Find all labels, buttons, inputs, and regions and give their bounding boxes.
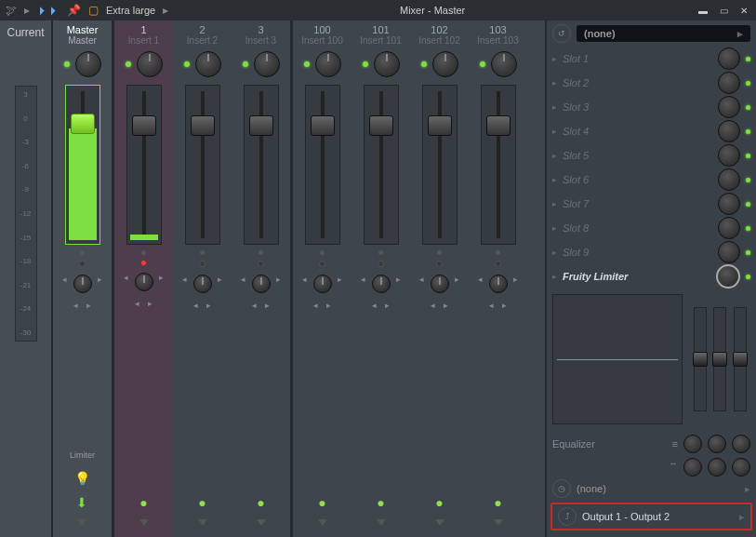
sep-knob[interactable] bbox=[193, 275, 212, 293]
fx-slot[interactable]: ▸Slot 3 bbox=[547, 95, 756, 119]
slot-led[interactable] bbox=[746, 226, 750, 231]
slot-mix-knob[interactable] bbox=[718, 168, 740, 191]
mute-led[interactable] bbox=[126, 61, 131, 67]
slot-mix-knob[interactable] bbox=[716, 264, 740, 289]
pan-knob[interactable] bbox=[315, 51, 341, 77]
fx-dot[interactable] bbox=[320, 250, 325, 255]
swap-channels[interactable]: ◂▸ bbox=[370, 301, 392, 310]
channel-1[interactable]: 1 Insert 1 ◂▸ ◂▸ ● bbox=[114, 20, 173, 537]
preset-name[interactable]: Extra large bbox=[106, 5, 155, 16]
forward-icon[interactable]: ⏵⏵ bbox=[37, 4, 60, 17]
fader[interactable] bbox=[422, 85, 458, 245]
eq-knob-4[interactable] bbox=[683, 458, 702, 477]
stereo-sep[interactable]: ◂▸ bbox=[180, 275, 225, 293]
record-dot[interactable] bbox=[495, 261, 501, 267]
swap-channels[interactable]: ◂▸ bbox=[192, 301, 214, 310]
record-dot[interactable] bbox=[199, 261, 206, 267]
sep-knob[interactable] bbox=[372, 275, 391, 293]
eq-slider-mid[interactable] bbox=[713, 307, 726, 411]
stereo-sep[interactable]: ◂▸ bbox=[239, 275, 284, 293]
sep-knob[interactable] bbox=[313, 275, 332, 293]
input-plugin-row[interactable]: ↺ (none)▸ bbox=[547, 20, 756, 47]
mute-led[interactable] bbox=[243, 61, 248, 67]
fx-slot[interactable]: ▸Slot 1 bbox=[547, 47, 756, 71]
plugin-indicator-icon[interactable]: ● bbox=[257, 495, 264, 510]
route-send-icon[interactable] bbox=[318, 519, 327, 526]
mute-led[interactable] bbox=[64, 61, 70, 67]
slot-led[interactable] bbox=[746, 250, 750, 255]
pan-knob[interactable] bbox=[195, 51, 221, 77]
fx-slot[interactable]: ▸Slot 2 bbox=[547, 71, 756, 95]
channel-100[interactable]: 100 Insert 100 ◂▸ ◂▸ ● bbox=[293, 20, 351, 537]
plugin-indicator-icon[interactable]: ● bbox=[198, 495, 206, 510]
eq-slider-low[interactable] bbox=[694, 307, 707, 411]
fx-slot[interactable]: ▸Slot 7 bbox=[547, 192, 756, 216]
fader[interactable] bbox=[244, 85, 279, 245]
swap-channels[interactable]: ◂▸ bbox=[133, 299, 155, 308]
slot-led[interactable] bbox=[746, 81, 750, 86]
sep-knob[interactable] bbox=[73, 275, 92, 293]
slot-led[interactable] bbox=[746, 178, 750, 182]
record-dot[interactable] bbox=[141, 261, 146, 265]
fx-dot[interactable] bbox=[496, 250, 500, 255]
mute-led[interactable] bbox=[184, 61, 190, 67]
pan-knob[interactable] bbox=[254, 51, 280, 77]
pan-knob[interactable] bbox=[75, 51, 101, 77]
route-send-icon[interactable] bbox=[198, 519, 207, 526]
slot-mix-knob[interactable] bbox=[718, 96, 740, 118]
route-send-icon[interactable] bbox=[257, 519, 266, 526]
slot-mix-knob[interactable] bbox=[718, 144, 740, 167]
channel-102[interactable]: 102 Insert 102 ◂▸ ◂▸ ● bbox=[410, 20, 469, 537]
plugin-indicator-icon[interactable]: ● bbox=[377, 495, 384, 510]
stereo-sep[interactable]: ◂▸ bbox=[60, 275, 105, 293]
fader[interactable] bbox=[126, 85, 162, 245]
fx-slot[interactable]: ▸Slot 6 bbox=[547, 168, 756, 192]
link-icon[interactable]: ↔ bbox=[669, 458, 678, 477]
fader[interactable] bbox=[364, 85, 399, 245]
channel-2[interactable]: 2 Insert 2 ◂▸ ◂▸ ● bbox=[173, 20, 232, 537]
sep-knob[interactable] bbox=[431, 275, 449, 293]
audio-input-row[interactable]: ◷ (none) ▸ bbox=[547, 477, 756, 501]
fader[interactable] bbox=[185, 85, 220, 245]
close-button[interactable]: ✕ bbox=[737, 4, 750, 17]
fx-dot[interactable] bbox=[378, 250, 383, 255]
route-send-icon[interactable] bbox=[77, 519, 86, 526]
fx-dot[interactable] bbox=[80, 250, 85, 255]
fader[interactable] bbox=[305, 85, 340, 245]
plugin-indicator-icon[interactable]: ● bbox=[435, 495, 443, 510]
fx-slot[interactable]: ▸Slot 9 bbox=[547, 240, 756, 264]
slot-mix-knob[interactable] bbox=[718, 241, 740, 263]
sep-knob[interactable] bbox=[252, 275, 271, 293]
slot-mix-knob[interactable] bbox=[718, 47, 740, 70]
mute-led[interactable] bbox=[480, 61, 485, 67]
plugin-indicator-icon[interactable]: ● bbox=[318, 495, 325, 510]
stereo-sep[interactable]: ◂▸ bbox=[359, 275, 404, 293]
plugin-indicator-icon[interactable]: ● bbox=[139, 495, 147, 510]
route-send-icon[interactable] bbox=[377, 519, 386, 526]
sep-knob[interactable] bbox=[135, 273, 153, 291]
pan-knob[interactable] bbox=[432, 51, 458, 77]
eq-knob-3[interactable] bbox=[732, 435, 750, 453]
swap-channels[interactable]: ◂▸ bbox=[72, 301, 94, 310]
minimize-button[interactable]: ▬ bbox=[696, 4, 710, 17]
swap-channels[interactable]: ◂▸ bbox=[429, 301, 451, 310]
fader[interactable] bbox=[481, 85, 516, 245]
preset-box-icon[interactable]: ▢ bbox=[88, 4, 99, 17]
record-dot[interactable] bbox=[319, 261, 325, 267]
stereo-sep[interactable]: ◂▸ bbox=[300, 275, 345, 293]
audio-output-row[interactable]: ⤴ Output 1 - Output 2 ▸ bbox=[550, 503, 752, 530]
route-send-icon[interactable] bbox=[494, 519, 503, 526]
plugin-indicator-icon[interactable]: ● bbox=[494, 495, 501, 510]
menu-icon[interactable]: ≡ bbox=[672, 438, 678, 450]
slot-led[interactable] bbox=[746, 129, 750, 134]
fx-slot[interactable]: ▸Slot 8 bbox=[547, 216, 756, 240]
fx-slot[interactable]: ▸Fruity Limiter bbox=[547, 264, 756, 289]
slot-led[interactable] bbox=[746, 105, 750, 110]
swap-channels[interactable]: ◂▸ bbox=[250, 301, 272, 310]
play-icon[interactable]: ▸ bbox=[24, 4, 30, 17]
record-dot[interactable] bbox=[79, 261, 86, 267]
slot-led[interactable] bbox=[746, 202, 750, 207]
mute-led[interactable] bbox=[304, 61, 310, 67]
swap-channels[interactable]: ◂▸ bbox=[312, 301, 334, 310]
pin-icon[interactable]: 📌 bbox=[67, 4, 81, 17]
